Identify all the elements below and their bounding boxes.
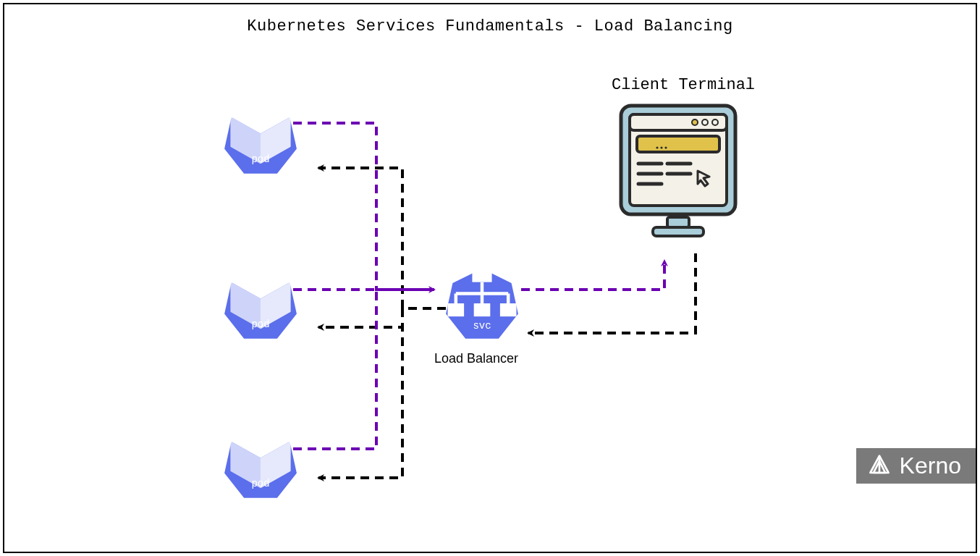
pod-label: pod xyxy=(251,319,269,330)
service-caption: Load Balancer xyxy=(434,351,518,366)
service-node: svc xyxy=(444,266,520,342)
pod-node-3: pod xyxy=(223,426,298,501)
client-title: Client Terminal xyxy=(612,76,755,94)
svg-rect-23 xyxy=(653,227,704,236)
svg-point-33 xyxy=(664,146,667,148)
svg-point-32 xyxy=(660,146,662,148)
svg-rect-20 xyxy=(474,303,491,316)
svg-rect-22 xyxy=(667,217,689,227)
svg-point-31 xyxy=(656,146,658,148)
svg-rect-30 xyxy=(637,136,719,152)
svc-label: svc xyxy=(473,320,491,332)
svg-rect-21 xyxy=(500,303,517,316)
svg-rect-13 xyxy=(472,267,491,282)
diagram-title: Kubernetes Services Fundamentals - Load … xyxy=(247,17,732,35)
svg-point-27 xyxy=(692,119,698,125)
brand-logo-icon xyxy=(866,453,892,479)
client-terminal-icon xyxy=(617,101,740,239)
pod-node-2: pod xyxy=(223,266,298,342)
svg-rect-19 xyxy=(448,303,465,316)
pod-label: pod xyxy=(251,478,269,489)
brand-name: Kerno xyxy=(900,452,961,479)
pod-node-1: pod xyxy=(223,101,298,177)
brand-badge: Kerno xyxy=(856,448,976,484)
pod-label: pod xyxy=(251,153,269,165)
